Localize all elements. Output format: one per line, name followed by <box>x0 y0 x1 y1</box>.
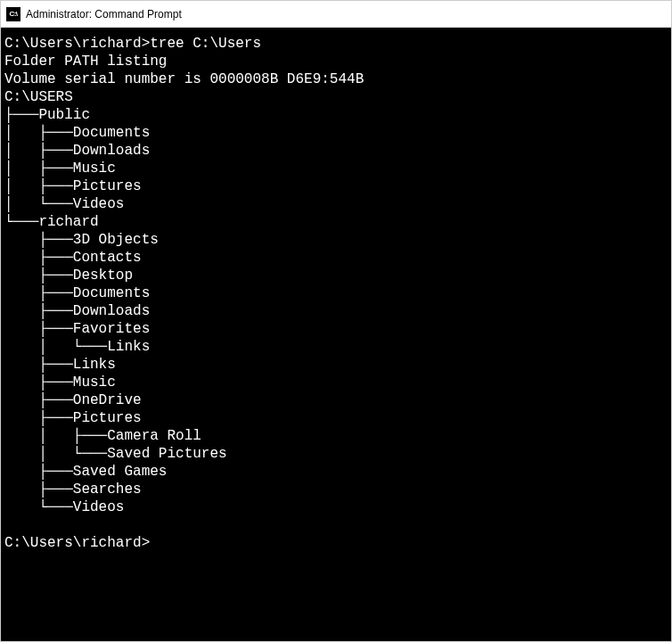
command-prompt-window: C:\ Administrator: Command Prompt C:\Use… <box>0 0 672 642</box>
output-root: C:\USERS <box>4 89 73 105</box>
prompt-path: C:\Users\richard> <box>4 535 150 551</box>
prompt-path: C:\Users\richard> <box>4 36 150 52</box>
output-header: Folder PATH listing <box>4 54 167 70</box>
cmd-icon: C:\ <box>6 7 20 21</box>
window-title: Administrator: Command Prompt <box>26 8 182 21</box>
prompt-line: C:\Users\richard> <box>4 535 150 551</box>
prompt-command: tree C:\Users <box>150 36 261 52</box>
output-serial: Volume serial number is 0000008B D6E9:54… <box>4 71 364 87</box>
titlebar[interactable]: C:\ Administrator: Command Prompt <box>1 1 671 28</box>
prompt-line: C:\Users\richard>tree C:\Users <box>4 36 261 52</box>
tree-body: ├───Public │ ├───Documents │ ├───Downloa… <box>4 107 227 515</box>
terminal-output[interactable]: C:\Users\richard>tree C:\Users Folder PA… <box>1 28 671 641</box>
